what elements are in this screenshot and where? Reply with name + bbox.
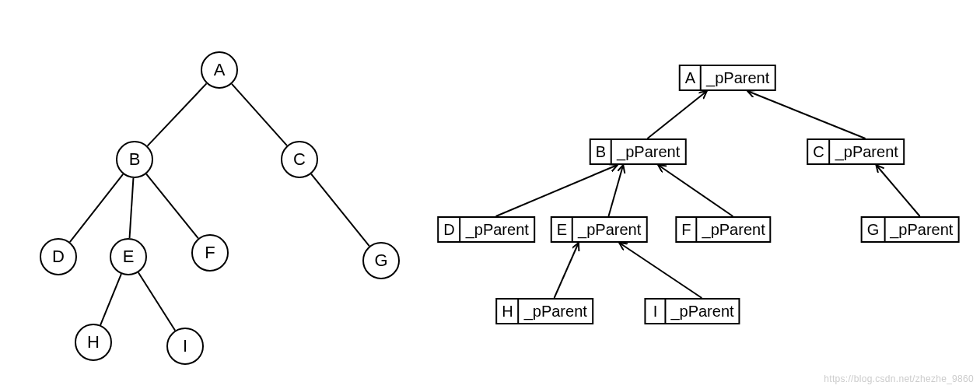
parent-pointer-field: _pParent xyxy=(666,300,738,323)
tree-edge xyxy=(70,174,123,242)
tree-node-label: E xyxy=(123,247,135,267)
parent-node-label: F xyxy=(677,218,697,241)
parent-node-g: G_pParent xyxy=(861,216,960,243)
parent-node-f: F_pParent xyxy=(675,216,771,243)
tree-node-label: B xyxy=(129,149,141,170)
diagram-canvas: ABCDEFGHI A_pParentB_pParentC_pParentD_p… xyxy=(0,0,980,389)
tree-node-label: H xyxy=(87,332,100,352)
parent-pointer-field: _pParent xyxy=(702,66,774,89)
parent-node-h: H_pParent xyxy=(495,298,593,324)
tree-node-label: C xyxy=(293,149,306,170)
tree-edge xyxy=(130,178,134,238)
tree-node-label: G xyxy=(374,251,387,271)
parent-node-label: B xyxy=(591,140,612,163)
parent-node-label: I xyxy=(646,300,666,323)
parent-pointer-edge xyxy=(496,165,618,216)
parent-pointer-field: _pParent xyxy=(698,218,770,241)
parent-node-e: E_pParent xyxy=(551,216,648,243)
tree-edge xyxy=(148,83,207,145)
tree-node-h: H xyxy=(75,324,112,361)
tree-node-i: I xyxy=(166,328,204,365)
tree-node-label: A xyxy=(214,60,226,80)
tree-node-b: B xyxy=(116,141,153,178)
parent-pointer-edge xyxy=(555,243,579,298)
tree-node-g: G xyxy=(362,242,400,279)
tree-node-label: D xyxy=(52,247,65,267)
parent-pointer-edge xyxy=(747,91,865,138)
parent-node-label: C xyxy=(808,140,830,163)
parent-node-label: G xyxy=(863,218,886,241)
parent-node-label: A xyxy=(681,66,702,89)
parent-node-label: E xyxy=(552,218,573,241)
parent-node-label: D xyxy=(439,218,460,241)
parent-pointer-field: _pParent xyxy=(520,300,592,323)
parent-pointer-field: _pParent xyxy=(612,140,684,163)
tree-edge xyxy=(146,174,198,239)
parent-pointer-edge xyxy=(647,91,706,138)
parent-pointer-edge xyxy=(608,165,623,216)
parent-node-a: A_pParent xyxy=(679,65,776,91)
tree-node-f: F xyxy=(191,234,229,272)
tree-node-label: I xyxy=(183,336,187,356)
tree-edge xyxy=(232,84,287,145)
parent-pointer-edge xyxy=(619,243,702,298)
watermark: https://blog.csdn.net/zhezhe_9860 xyxy=(824,373,974,384)
parent-node-c: C_pParent xyxy=(807,138,905,165)
parent-pointer-field: _pParent xyxy=(831,140,903,163)
tree-node-label: F xyxy=(205,243,215,263)
parent-pointer-field: _pParent xyxy=(573,218,646,241)
tree-node-c: C xyxy=(281,141,318,178)
parent-node-label: H xyxy=(497,300,519,323)
tree-edge xyxy=(100,274,121,325)
parent-pointer-edge xyxy=(876,165,919,216)
parent-node-i: I_pParent xyxy=(644,298,740,324)
tree-edge xyxy=(138,272,175,330)
tree-edge xyxy=(311,174,369,247)
edges-layer xyxy=(0,0,980,389)
parent-node-d: D_pParent xyxy=(437,216,535,243)
tree-node-a: A xyxy=(201,51,238,89)
tree-node-d: D xyxy=(40,238,77,275)
parent-pointer-field: _pParent xyxy=(461,218,534,241)
tree-node-e: E xyxy=(110,238,147,275)
parent-pointer-edge xyxy=(658,165,733,216)
parent-node-b: B_pParent xyxy=(590,138,687,165)
parent-pointer-field: _pParent xyxy=(885,218,957,241)
